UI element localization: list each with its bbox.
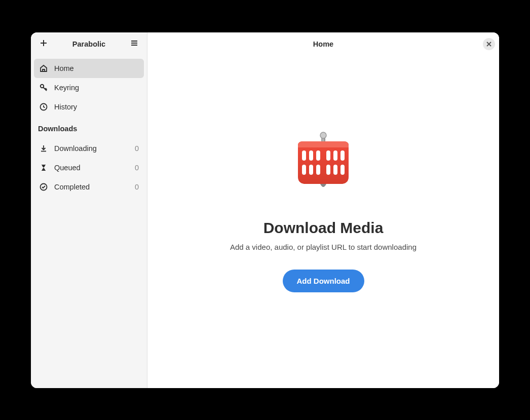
nav-count: 0 [135,164,139,172]
nav-count: 0 [135,183,139,191]
svg-rect-19 [302,165,306,175]
svg-rect-17 [333,150,337,161]
plus-icon [40,39,48,49]
menu-icon [130,39,138,49]
page-title: Home [313,40,333,48]
svg-rect-13 [302,150,306,161]
svg-rect-18 [340,150,345,161]
main-panel: Home [147,32,499,388]
sidebar-item-queued[interactable]: Queued 0 [34,158,144,177]
content-subtitle: Add a video, audio, or playlist URL to s… [230,243,417,251]
sidebar-header: Parabolic [31,32,147,56]
app-logo-icon [288,131,359,199]
nav-label: History [54,103,139,111]
app-title: Parabolic [52,40,126,48]
svg-rect-24 [340,165,345,175]
download-icon [39,144,48,153]
downloads-nav: Downloading 0 Queued 0 [31,136,147,200]
sidebar: Parabolic Home [31,32,147,388]
close-icon [486,40,491,49]
home-icon [39,64,48,73]
sidebar-item-home[interactable]: Home [34,59,144,78]
app-window: Parabolic Home [31,32,499,388]
svg-point-5 [41,84,44,87]
svg-rect-15 [316,150,320,161]
key-icon [39,83,48,92]
check-circle-icon [39,182,48,192]
add-button[interactable] [35,35,52,53]
sidebar-item-downloading[interactable]: Downloading 0 [34,139,144,158]
main-header: Home [147,32,499,56]
svg-rect-14 [309,150,313,161]
menu-button[interactable] [126,35,143,53]
clock-icon [39,102,48,111]
svg-rect-23 [333,165,337,175]
content-title: Download Media [263,219,384,237]
close-button[interactable] [483,38,495,50]
nav-label: Downloading [54,144,135,152]
hourglass-icon [39,163,48,172]
main-content: Download Media Add a video, audio, or pl… [147,56,499,388]
downloads-header: Downloads [31,120,147,136]
nav-label: Queued [54,164,135,172]
svg-rect-16 [326,150,330,161]
sidebar-item-keyring[interactable]: Keyring [34,78,144,97]
svg-point-12 [320,132,326,138]
svg-rect-20 [309,165,313,175]
nav-label: Keyring [54,84,139,92]
svg-rect-22 [326,165,330,175]
sidebar-item-completed[interactable]: Completed 0 [34,177,144,197]
sidebar-item-history[interactable]: History [34,97,144,117]
nav-count: 0 [135,144,139,152]
add-download-button[interactable]: Add Download [283,270,364,292]
svg-rect-21 [316,165,320,175]
sidebar-nav: Home Keyring History [31,56,147,120]
nav-label: Completed [54,183,135,191]
nav-label: Home [54,64,139,72]
